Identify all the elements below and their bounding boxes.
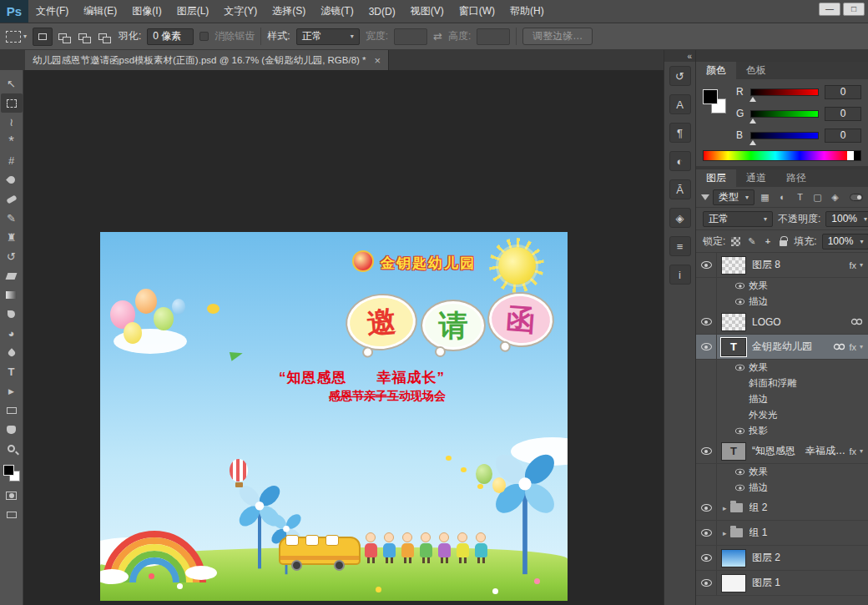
effects-header-row[interactable]: 效果 — [696, 360, 868, 376]
crop-tool[interactable]: # — [1, 151, 23, 170]
visibility-toggle[interactable] — [696, 521, 717, 545]
minimize-button[interactable]: — — [819, 3, 840, 16]
document-tab[interactable]: 幼儿园感恩节邀请函psd模板素材(正面).psd @ 16.7% (金钥匙幼儿园… — [25, 50, 389, 70]
effects-label[interactable]: 效果 — [749, 361, 868, 374]
group-name[interactable]: 组 2 — [749, 501, 868, 515]
healing-brush-tool[interactable] — [1, 189, 23, 209]
layer-thumbnail[interactable] — [721, 574, 746, 592]
brush-tool[interactable]: ✎ — [1, 209, 23, 228]
swap-dimensions-icon[interactable]: ⇄ — [433, 30, 442, 43]
layer-name[interactable]: 金钥匙幼儿园 — [752, 340, 833, 354]
effect-row[interactable]: 外发光 — [696, 407, 868, 423]
effect-name[interactable]: 斜面和浮雕 — [749, 377, 868, 390]
fx-badge[interactable]: fx — [849, 342, 856, 352]
rectangular-marquee-tool[interactable] — [1, 93, 23, 113]
menu-item-type[interactable]: 文字(Y) — [216, 0, 265, 23]
filter-toggle-switch[interactable] — [850, 194, 863, 201]
info-panel-icon[interactable]: i — [669, 265, 691, 285]
dodge-tool[interactable]: ◕ — [1, 324, 23, 343]
subtract-selection-mode-button[interactable] — [73, 28, 93, 46]
menu-item-filter[interactable]: 滤镜(T) — [313, 0, 361, 23]
character-panel-icon[interactable]: A — [669, 94, 691, 114]
history-brush-tool[interactable]: ↺ — [1, 247, 23, 266]
text-layer-thumbnail[interactable]: T — [721, 338, 746, 356]
lock-all-icon[interactable] — [778, 235, 789, 247]
effect-row[interactable]: 描边 — [696, 480, 868, 496]
foreground-color-swatch[interactable] — [703, 89, 718, 104]
visibility-toggle[interactable] — [696, 253, 717, 277]
slider-thumb[interactable] — [749, 118, 756, 124]
canvas-workspace[interactable]: 金钥匙幼儿园 邀 请 函 “知恩感恩 幸福成长” —————— 感恩节亲子互动现… — [23, 70, 664, 605]
eyedropper-tool[interactable] — [1, 170, 23, 189]
effect-name[interactable]: 描边 — [749, 481, 868, 494]
screen-mode-button[interactable] — [1, 505, 23, 524]
effect-name[interactable]: 描边 — [749, 295, 868, 308]
layer-thumbnail[interactable] — [721, 549, 746, 567]
filter-shape-layers-icon[interactable]: ▢ — [810, 190, 825, 204]
width-input[interactable] — [394, 28, 427, 45]
eye-icon[interactable] — [734, 283, 744, 290]
effects-header-row[interactable]: 效果 — [696, 278, 868, 294]
expand-panels-button[interactable]: « — [687, 52, 692, 61]
effects-header-row[interactable]: 效果 — [696, 464, 868, 480]
layer-row[interactable]: LOGO — [696, 310, 868, 335]
text-layer-thumbnail[interactable]: T — [721, 442, 746, 461]
effect-name[interactable]: 外发光 — [749, 409, 868, 421]
document-canvas[interactable]: 金钥匙幼儿园 邀 请 函 “知恩感恩 幸福成长” —————— 感恩节亲子互动现… — [100, 232, 568, 601]
pen-tool[interactable] — [1, 343, 23, 362]
layer-name[interactable]: 图层 1 — [752, 576, 868, 590]
blue-slider[interactable] — [750, 132, 819, 139]
layer-row[interactable]: 图层 2 — [696, 546, 868, 571]
visibility-toggle[interactable] — [696, 571, 717, 595]
adjustments-panel-icon[interactable]: ◐ — [669, 151, 691, 171]
visibility-toggle[interactable] — [696, 439, 717, 463]
red-slider[interactable] — [750, 88, 819, 96]
path-selection-tool[interactable]: ▶ — [1, 381, 23, 401]
antialias-checkbox[interactable] — [199, 32, 209, 41]
menu-item-view[interactable]: 视图(V) — [403, 0, 452, 23]
group-collapse-icon[interactable]: ▸ — [723, 529, 727, 537]
history-panel-icon[interactable]: ↺ — [669, 66, 691, 86]
maximize-button[interactable]: □ — [843, 3, 865, 16]
hand-tool[interactable] — [1, 420, 23, 439]
refine-edge-button[interactable]: 调整边缘… — [522, 28, 593, 45]
blur-tool[interactable] — [1, 305, 23, 324]
layer-row[interactable]: 图层 8 fx▾ — [696, 253, 868, 278]
tab-channels[interactable]: 通道 — [736, 169, 776, 187]
filter-smart-objects-icon[interactable]: ◈ — [828, 190, 842, 204]
fx-collapse-icon[interactable]: ▾ — [860, 343, 863, 350]
feather-input[interactable]: 0 像素 — [147, 28, 194, 45]
layer-row[interactable]: T “知恩感恩 幸福成… fx▾ — [696, 439, 868, 464]
effects-label[interactable]: 效果 — [749, 466, 868, 478]
glyphs-panel-icon[interactable]: Ā — [669, 179, 691, 199]
group-row[interactable]: ▸ 组 2 — [696, 496, 868, 521]
add-selection-mode-button[interactable] — [53, 28, 73, 46]
foreground-background-colors[interactable] — [3, 464, 21, 482]
layer-name[interactable]: 图层 2 — [752, 551, 868, 565]
gradient-tool[interactable] — [1, 285, 23, 305]
eraser-tool[interactable] — [1, 266, 23, 285]
fx-badge[interactable]: fx — [849, 260, 856, 270]
layer-thumbnail[interactable] — [721, 313, 746, 331]
visibility-toggle[interactable] — [696, 335, 717, 359]
blue-value-input[interactable]: 0 — [825, 129, 861, 143]
styles-panel-icon[interactable]: ◈ — [669, 208, 691, 228]
shape-tool[interactable] — [1, 401, 23, 420]
fx-collapse-icon[interactable]: ▾ — [860, 261, 863, 269]
color-spectrum-ramp[interactable] — [703, 150, 861, 161]
new-selection-mode-button[interactable] — [33, 28, 53, 46]
clone-stamp-tool[interactable]: ♜ — [1, 228, 23, 247]
type-tool[interactable]: T — [1, 362, 23, 381]
filter-type-layers-icon[interactable]: T — [793, 190, 807, 204]
effect-row[interactable]: 描边 — [696, 294, 868, 310]
close-tab-icon[interactable]: × — [375, 54, 381, 67]
visibility-toggle[interactable] — [696, 496, 717, 520]
eye-icon[interactable] — [734, 299, 744, 305]
menu-item-layer[interactable]: 图层(L) — [169, 0, 217, 23]
layer-name[interactable]: 图层 8 — [752, 258, 849, 272]
effect-row[interactable]: 投影 — [696, 423, 868, 439]
lock-transparent-pixels-icon[interactable] — [731, 237, 740, 246]
effect-name[interactable]: 描边 — [749, 393, 868, 406]
lock-position-icon[interactable]: + — [762, 235, 773, 247]
menu-item-image[interactable]: 图像(I) — [124, 0, 169, 23]
